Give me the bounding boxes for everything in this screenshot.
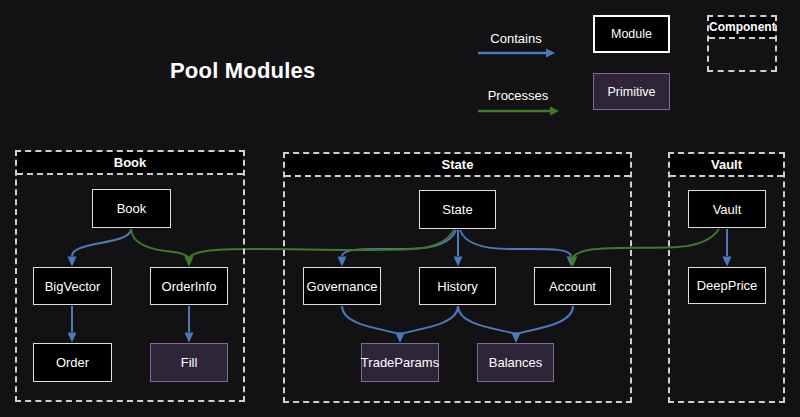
processes-arrow-icon <box>477 105 563 117</box>
node-fill: Fill <box>150 343 228 382</box>
node-vault-node: Vault <box>688 190 766 228</box>
legend-primitive-label: Primitive <box>608 85 656 99</box>
legend-module-sample: Module <box>593 15 670 53</box>
legend-component-sample: Component <box>707 15 777 72</box>
node-deepprice: DeepPrice <box>688 267 766 304</box>
legend-contains-label: Contains <box>476 31 556 46</box>
node-account: Account <box>534 267 611 305</box>
legend-processes-label: Processes <box>478 88 558 103</box>
pool-modules-diagram: BookStateVaultBookBigVectorOrderInfoOrde… <box>0 0 800 417</box>
legend-module-label: Module <box>611 27 652 41</box>
node-history: History <box>419 267 496 305</box>
contains-arrow-icon <box>477 47 559 59</box>
cluster-book-title: Book <box>17 152 243 175</box>
node-state-node: State <box>419 190 496 229</box>
node-order: Order <box>33 343 112 382</box>
node-orderinfo: OrderInfo <box>150 267 228 305</box>
node-tradeparams: TradeParams <box>361 343 439 382</box>
node-governance: Governance <box>303 267 381 305</box>
page-title: Pool Modules <box>170 58 315 84</box>
legend-primitive-sample: Primitive <box>593 73 670 110</box>
cluster-vault-title: Vault <box>670 154 783 177</box>
cluster-state-title: State <box>285 154 630 177</box>
node-balances: Balances <box>477 343 554 382</box>
legend-component-label: Component <box>709 17 775 39</box>
node-book-node: Book <box>92 189 171 228</box>
node-bigvector: BigVector <box>33 267 112 305</box>
